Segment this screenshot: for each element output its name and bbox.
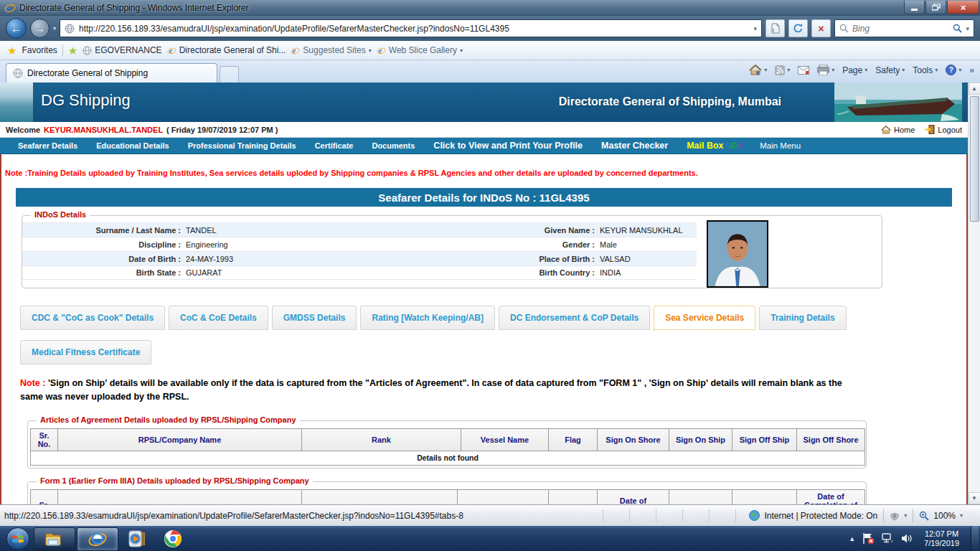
note-text: 'Sign on Ship' details will be available… — [20, 378, 842, 402]
chevron-down-icon: ▾ — [958, 67, 961, 73]
svg-text:e: e — [169, 47, 172, 55]
form1-table: Sr. No. RPSL/Company Name Rank Vessel Na… — [30, 489, 865, 504]
field-label: Birth State : — [22, 268, 186, 277]
recent-pages-caret-icon[interactable]: ▾ — [53, 25, 56, 32]
tools-menu[interactable]: Tools▾ — [913, 65, 938, 75]
favorite-label: Suggested Sites — [303, 45, 365, 55]
main-nav: Seafarer Details Educational Details Pro… — [0, 138, 968, 154]
form1-header-row: Sr. No. RPSL/Company Name Rank Vessel Na… — [31, 489, 865, 504]
scrollbar-thumb[interactable] — [970, 96, 979, 222]
field-label: Place of Birth : — [438, 255, 600, 263]
address-dropdown-caret-icon[interactable]: ▾ — [753, 25, 757, 32]
nav-item-seafarer-details[interactable]: Seafarer Details — [9, 141, 87, 150]
taskbar-wmp-button[interactable] — [119, 527, 155, 550]
welcome-bar: Welcome KEYUR.MANSUKHLAL.TANDEL ( Friday… — [0, 122, 968, 138]
add-favorite-icon[interactable]: ★ — [68, 45, 77, 56]
network-icon[interactable] — [882, 533, 894, 544]
back-button[interactable]: ← — [6, 18, 27, 39]
favorites-label[interactable]: Favorites — [22, 45, 57, 55]
tray-expand-icon[interactable]: ▲ — [849, 535, 855, 542]
favorite-item-dgshipping[interactable]: e Directorate General of Shi... — [167, 45, 286, 55]
home-link[interactable]: Home — [881, 126, 915, 134]
nav-item-master-checker[interactable]: Master Checker — [592, 141, 677, 151]
safety-menu[interactable]: Safety▾ — [875, 65, 905, 75]
print-button[interactable]: ▾ — [817, 65, 834, 75]
show-desktop-button[interactable] — [971, 526, 979, 551]
nav-item-professional-training[interactable]: Professional Training Details — [179, 141, 306, 150]
zoom-level: 100% — [933, 511, 956, 521]
chevron-down-icon: ▾ — [960, 512, 963, 519]
column-header: Flag — [549, 489, 598, 504]
action-center-flag-icon[interactable] — [862, 532, 875, 545]
address-bar: ← → ▾ http://220.156.189.33/esamudraUI/j… — [0, 16, 980, 41]
taskbar-chrome-button[interactable] — [155, 527, 191, 550]
stop-button[interactable]: × — [811, 19, 831, 37]
nav-item-mail-box[interactable]: Mail Box — [677, 141, 725, 151]
nav-item-view-print-profile[interactable]: Click to View and Print Your Profile — [424, 141, 592, 151]
taskbar-explorer-button[interactable] — [34, 527, 75, 551]
tab-rating[interactable]: Rating [Watch Keeping/AB] — [360, 306, 495, 330]
indos-row: Birth State :GUJARAT Birth Country :INDI… — [22, 265, 697, 280]
tab-dc-endorsement[interactable]: DC Endorsement & CoP Details — [499, 306, 650, 330]
protected-mode-button[interactable]: ▾ — [890, 511, 907, 521]
taskbar-ie-button[interactable] — [77, 527, 118, 551]
indos-details-legend: INDoS Details — [31, 210, 90, 219]
clock-date: 7/19/2019 — [924, 539, 959, 548]
start-button[interactable] — [3, 527, 33, 550]
zoom-control[interactable]: 100% ▾ — [919, 511, 963, 521]
svg-text:e: e — [6, 3, 11, 13]
taskbar: ▲ 12:07 PM 7/19/2019 — [0, 526, 980, 551]
compatibility-view-button[interactable] — [765, 19, 785, 37]
screen: e Directorate General of Shipping - Wind… — [0, 0, 980, 551]
refresh-button[interactable] — [788, 19, 808, 37]
help-button[interactable]: ? ▾ — [946, 65, 961, 75]
favorite-item-suggested-sites[interactable]: e Suggested Sites ▾ — [291, 45, 371, 55]
browser-tab[interactable]: Directorate General of Shipping — [6, 63, 217, 83]
scroll-down-arrow[interactable]: ▼ — [969, 492, 980, 504]
welcome-label: Welcome — [6, 126, 40, 134]
close-button[interactable]: × — [947, 1, 979, 14]
taskbar-clock[interactable]: 12:07 PM 7/19/2019 — [920, 529, 963, 548]
tab-gmdss[interactable]: GMDSS Details — [272, 306, 357, 330]
tab-medical-fitness[interactable]: Medical Fitness Certificate — [20, 340, 151, 364]
tab-coc-coe[interactable]: CoC & CoE Details — [169, 306, 268, 330]
feeds-button[interactable]: ▾ — [775, 65, 790, 75]
nav-item-certificate[interactable]: Certificate — [306, 141, 363, 150]
more-commands-chevron-icon[interactable]: » — [969, 65, 974, 75]
restore-button[interactable] — [925, 1, 946, 14]
column-header: Date of Commencement of Contract — [598, 489, 669, 504]
site-header: DG Shipping Directorate General of Shipp… — [0, 83, 968, 122]
nav-item-documents[interactable]: Documents — [362, 141, 424, 150]
favorite-item-web-slice-gallery[interactable]: e Web Slice Gallery ▾ — [377, 45, 463, 55]
minimize-button[interactable] — [904, 1, 925, 14]
tab-cdc-coc-cook[interactable]: CDC & "CoC as Cook" Details — [20, 306, 165, 330]
page-menu[interactable]: Page▾ — [842, 65, 867, 75]
field-label: Surname / Last Name : — [22, 226, 186, 235]
column-header: Rank — [302, 428, 461, 451]
seafarer-photo — [707, 220, 768, 288]
nav-item-educational-details[interactable]: Educational Details — [87, 141, 178, 150]
tab-training-details[interactable]: Training Details — [759, 306, 846, 330]
address-input[interactable]: http://220.156.189.33/esamudraUI/jsp/exa… — [60, 19, 762, 37]
new-tab-button[interactable] — [220, 66, 239, 83]
search-box[interactable]: ▾ — [834, 19, 974, 37]
search-input[interactable] — [852, 24, 949, 34]
volume-icon[interactable] — [901, 533, 913, 544]
forward-button[interactable]: → — [30, 19, 50, 38]
column-header: Sign On Ship — [669, 428, 732, 451]
search-options-caret-icon[interactable]: ▾ — [966, 25, 969, 32]
tab-sea-service[interactable]: Sea Service Details — [654, 306, 755, 330]
ie-icon: e — [291, 46, 300, 55]
home-button[interactable]: ▾ — [749, 65, 767, 75]
aoa-fieldset: Articles of Agreement Details uploaded b… — [27, 420, 867, 468]
nav-item-main-menu[interactable]: Main Menu — [750, 141, 810, 150]
vertical-scrollbar[interactable]: ▲ ▼ — [968, 83, 980, 504]
field-value: GUJARAT — [186, 268, 438, 277]
login-datetime: ( Friday 19/07/2019 12:07 PM ) — [166, 126, 278, 134]
search-go-icon[interactable] — [953, 24, 962, 33]
favorites-star-icon[interactable]: ★ — [7, 45, 17, 56]
read-mail-button[interactable] — [798, 66, 809, 75]
logout-link[interactable]: Logout — [925, 125, 962, 134]
favorite-item-egovernance[interactable]: EGOVERNANCE — [83, 45, 161, 55]
scroll-up-arrow[interactable]: ▲ — [969, 83, 980, 95]
